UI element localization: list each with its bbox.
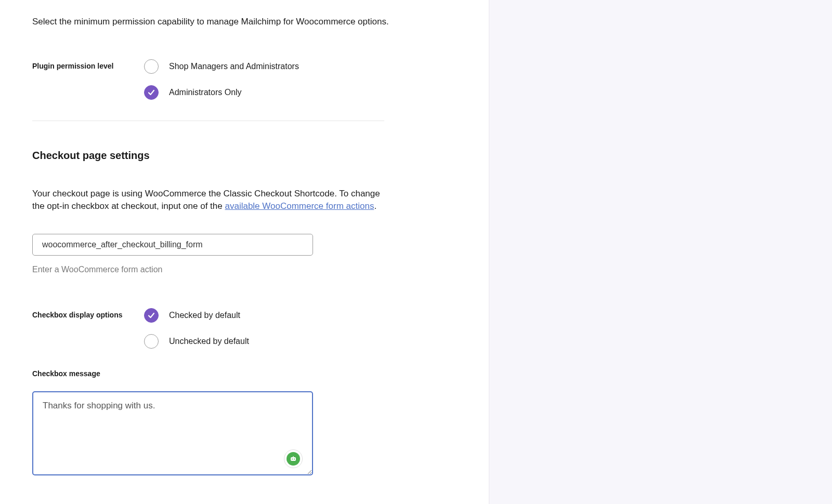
permission-level-label: Plugin permission level <box>32 59 144 73</box>
radio-unchecked-default[interactable]: Unchecked by default <box>144 334 249 349</box>
textarea-wrapper <box>32 391 313 478</box>
radio-empty-icon <box>144 59 159 74</box>
radio-empty-icon <box>144 334 159 349</box>
radio-admin-only[interactable]: Administrators Only <box>144 85 299 100</box>
radio-admin-only-label: Administrators Only <box>169 88 242 97</box>
svg-rect-3 <box>293 456 293 457</box>
permission-field-row: Plugin permission level Shop Managers an… <box>32 59 478 100</box>
radio-shop-managers-label: Shop Managers and Administrators <box>169 62 299 71</box>
svg-point-1 <box>292 458 293 459</box>
radio-selected-icon <box>144 308 159 323</box>
checkout-desc-part2: . <box>374 201 376 211</box>
radio-selected-icon <box>144 85 159 100</box>
radio-checked-default[interactable]: Checked by default <box>144 308 249 323</box>
right-side-panel <box>489 0 832 504</box>
section-divider <box>32 121 384 121</box>
permission-radio-group: Shop Managers and Administrators Adminis… <box>144 59 299 100</box>
checkout-settings-heading: Checkout page settings <box>32 150 478 162</box>
radio-shop-managers[interactable]: Shop Managers and Administrators <box>144 59 299 74</box>
svg-point-2 <box>294 458 295 459</box>
form-action-helper: Enter a WooCommerce form action <box>32 265 478 274</box>
form-action-input[interactable] <box>32 234 313 256</box>
robot-icon <box>287 452 300 466</box>
checkbox-display-radio-group: Checked by default Unchecked by default <box>144 308 249 349</box>
checkbox-message-label: Checkbox message <box>32 369 478 378</box>
radio-checked-label: Checked by default <box>169 311 240 320</box>
settings-main: Select the minimum permission capability… <box>0 0 478 478</box>
checkout-description: Your checkout page is using WooCommerce … <box>32 188 386 213</box>
permission-intro: Select the minimum permission capability… <box>32 16 478 28</box>
form-actions-link[interactable]: available WooCommerce form actions <box>225 201 374 211</box>
checkbox-display-label: Checkbox display options <box>32 308 144 322</box>
checkbox-display-row: Checkbox display options Checked by defa… <box>32 308 478 349</box>
checkbox-message-textarea[interactable] <box>32 391 313 475</box>
radio-unchecked-label: Unchecked by default <box>169 337 249 346</box>
svg-rect-0 <box>291 457 296 461</box>
